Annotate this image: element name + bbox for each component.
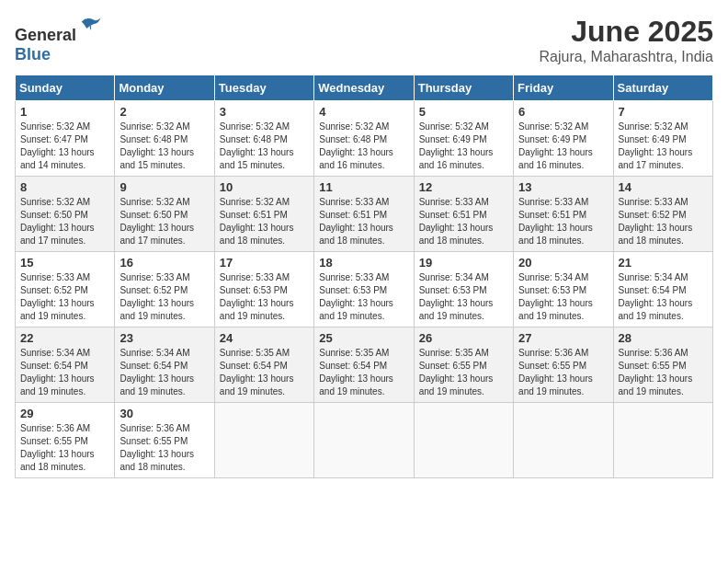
day-info: Sunrise: 5:34 AM Sunset: 6:54 PM Dayligh… bbox=[119, 347, 209, 398]
calendar-cell: 7 Sunrise: 5:32 AM Sunset: 6:49 PM Dayli… bbox=[613, 101, 712, 177]
calendar-cell: 22 Sunrise: 5:34 AM Sunset: 6:54 PM Dayl… bbox=[16, 327, 115, 403]
calendar-cell bbox=[414, 403, 513, 478]
calendar-cell: 19 Sunrise: 5:34 AM Sunset: 6:53 PM Dayl… bbox=[414, 252, 513, 327]
day-number: 15 bbox=[20, 256, 109, 270]
day-info: Sunrise: 5:34 AM Sunset: 6:54 PM Dayligh… bbox=[20, 347, 109, 398]
day-number: 2 bbox=[119, 105, 209, 119]
day-number: 11 bbox=[319, 180, 408, 194]
calendar-cell: 5 Sunrise: 5:32 AM Sunset: 6:49 PM Dayli… bbox=[414, 101, 513, 177]
day-info: Sunrise: 5:35 AM Sunset: 6:55 PM Dayligh… bbox=[419, 347, 508, 398]
day-info: Sunrise: 5:32 AM Sunset: 6:49 PM Dayligh… bbox=[419, 121, 508, 172]
day-info: Sunrise: 5:32 AM Sunset: 6:49 PM Dayligh… bbox=[619, 121, 708, 172]
header-cell-sunday: Sunday bbox=[16, 75, 115, 101]
day-info: Sunrise: 5:32 AM Sunset: 6:48 PM Dayligh… bbox=[220, 121, 309, 172]
calendar-cell: 27 Sunrise: 5:36 AM Sunset: 6:55 PM Dayl… bbox=[514, 327, 613, 403]
day-number: 27 bbox=[518, 331, 608, 345]
day-number: 24 bbox=[220, 331, 309, 345]
day-info: Sunrise: 5:33 AM Sunset: 6:52 PM Dayligh… bbox=[619, 196, 708, 247]
calendar-cell: 11 Sunrise: 5:33 AM Sunset: 6:51 PM Dayl… bbox=[314, 177, 414, 252]
calendar-cell: 14 Sunrise: 5:33 AM Sunset: 6:52 PM Dayl… bbox=[613, 177, 712, 252]
day-info: Sunrise: 5:33 AM Sunset: 6:53 PM Dayligh… bbox=[319, 271, 408, 323]
day-info: Sunrise: 5:34 AM Sunset: 6:53 PM Dayligh… bbox=[518, 271, 608, 323]
calendar-week-row: 15 Sunrise: 5:33 AM Sunset: 6:52 PM Dayl… bbox=[16, 252, 713, 327]
calendar-cell: 16 Sunrise: 5:33 AM Sunset: 6:52 PM Dayl… bbox=[115, 252, 214, 327]
calendar-cell bbox=[214, 403, 313, 478]
calendar-cell: 3 Sunrise: 5:32 AM Sunset: 6:48 PM Dayli… bbox=[214, 101, 313, 177]
day-number: 8 bbox=[20, 180, 109, 194]
day-number: 20 bbox=[518, 256, 608, 270]
calendar-cell: 6 Sunrise: 5:32 AM Sunset: 6:49 PM Dayli… bbox=[514, 101, 613, 177]
day-info: Sunrise: 5:32 AM Sunset: 6:48 PM Dayligh… bbox=[119, 121, 209, 172]
day-number: 22 bbox=[20, 331, 109, 345]
day-info: Sunrise: 5:33 AM Sunset: 6:51 PM Dayligh… bbox=[319, 196, 408, 247]
logo-general: General bbox=[15, 26, 76, 44]
day-info: Sunrise: 5:36 AM Sunset: 6:55 PM Dayligh… bbox=[518, 347, 608, 398]
logo-text: General Blue bbox=[15, 15, 104, 64]
day-info: Sunrise: 5:35 AM Sunset: 6:54 PM Dayligh… bbox=[220, 347, 309, 398]
day-info: Sunrise: 5:33 AM Sunset: 6:51 PM Dayligh… bbox=[518, 196, 608, 247]
day-info: Sunrise: 5:32 AM Sunset: 6:49 PM Dayligh… bbox=[518, 121, 608, 172]
day-info: Sunrise: 5:34 AM Sunset: 6:54 PM Dayligh… bbox=[619, 271, 708, 323]
calendar-cell: 21 Sunrise: 5:34 AM Sunset: 6:54 PM Dayl… bbox=[613, 252, 712, 327]
calendar-cell bbox=[514, 403, 613, 478]
header-cell-monday: Monday bbox=[115, 75, 214, 101]
day-info: Sunrise: 5:36 AM Sunset: 6:55 PM Dayligh… bbox=[20, 422, 109, 474]
day-number: 17 bbox=[220, 256, 309, 270]
day-number: 4 bbox=[319, 105, 408, 119]
day-number: 13 bbox=[518, 180, 608, 194]
day-number: 9 bbox=[119, 180, 209, 194]
calendar-table: SundayMondayTuesdayWednesdayThursdayFrid… bbox=[15, 75, 713, 478]
calendar-cell: 26 Sunrise: 5:35 AM Sunset: 6:55 PM Dayl… bbox=[414, 327, 513, 403]
header: General Blue June 2025 Rajura, Maharasht… bbox=[15, 15, 713, 65]
day-number: 6 bbox=[518, 105, 608, 119]
day-number: 14 bbox=[619, 180, 708, 194]
calendar-cell: 30 Sunrise: 5:36 AM Sunset: 6:55 PM Dayl… bbox=[115, 403, 214, 478]
day-info: Sunrise: 5:33 AM Sunset: 6:53 PM Dayligh… bbox=[220, 271, 309, 323]
calendar-cell: 13 Sunrise: 5:33 AM Sunset: 6:51 PM Dayl… bbox=[514, 177, 613, 252]
header-cell-tuesday: Tuesday bbox=[214, 75, 313, 101]
day-number: 25 bbox=[319, 331, 408, 345]
calendar-cell: 18 Sunrise: 5:33 AM Sunset: 6:53 PM Dayl… bbox=[314, 252, 414, 327]
day-number: 18 bbox=[319, 256, 408, 270]
calendar-cell: 29 Sunrise: 5:36 AM Sunset: 6:55 PM Dayl… bbox=[16, 403, 115, 478]
day-number: 12 bbox=[419, 180, 508, 194]
calendar-week-row: 29 Sunrise: 5:36 AM Sunset: 6:55 PM Dayl… bbox=[16, 403, 713, 478]
calendar-cell bbox=[613, 403, 712, 478]
header-cell-friday: Friday bbox=[514, 75, 613, 101]
month-year-title: June 2025 bbox=[540, 15, 713, 49]
calendar-cell: 4 Sunrise: 5:32 AM Sunset: 6:48 PM Dayli… bbox=[314, 101, 414, 177]
calendar-cell: 24 Sunrise: 5:35 AM Sunset: 6:54 PM Dayl… bbox=[214, 327, 313, 403]
title-area: June 2025 Rajura, Maharashtra, India bbox=[540, 15, 713, 65]
calendar-cell: 17 Sunrise: 5:33 AM Sunset: 6:53 PM Dayl… bbox=[214, 252, 313, 327]
header-cell-saturday: Saturday bbox=[613, 75, 712, 101]
calendar-cell: 28 Sunrise: 5:36 AM Sunset: 6:55 PM Dayl… bbox=[613, 327, 712, 403]
calendar-cell: 2 Sunrise: 5:32 AM Sunset: 6:48 PM Dayli… bbox=[115, 101, 214, 177]
logo: General Blue bbox=[15, 15, 104, 64]
day-number: 1 bbox=[20, 105, 109, 119]
calendar-cell: 25 Sunrise: 5:35 AM Sunset: 6:54 PM Dayl… bbox=[314, 327, 414, 403]
header-row: SundayMondayTuesdayWednesdayThursdayFrid… bbox=[16, 75, 713, 101]
day-number: 29 bbox=[20, 407, 109, 420]
logo-bird-icon bbox=[78, 15, 104, 40]
calendar-cell: 20 Sunrise: 5:34 AM Sunset: 6:53 PM Dayl… bbox=[514, 252, 613, 327]
calendar-cell: 8 Sunrise: 5:32 AM Sunset: 6:50 PM Dayli… bbox=[16, 177, 115, 252]
calendar-cell: 9 Sunrise: 5:32 AM Sunset: 6:50 PM Dayli… bbox=[115, 177, 214, 252]
day-number: 7 bbox=[619, 105, 708, 119]
day-number: 3 bbox=[220, 105, 309, 119]
calendar-cell: 15 Sunrise: 5:33 AM Sunset: 6:52 PM Dayl… bbox=[16, 252, 115, 327]
calendar-week-row: 22 Sunrise: 5:34 AM Sunset: 6:54 PM Dayl… bbox=[16, 327, 713, 403]
day-info: Sunrise: 5:33 AM Sunset: 6:52 PM Dayligh… bbox=[20, 271, 109, 323]
day-info: Sunrise: 5:35 AM Sunset: 6:54 PM Dayligh… bbox=[319, 347, 408, 398]
calendar-cell: 10 Sunrise: 5:32 AM Sunset: 6:51 PM Dayl… bbox=[214, 177, 313, 252]
day-number: 21 bbox=[619, 256, 708, 270]
calendar-cell bbox=[314, 403, 414, 478]
day-number: 23 bbox=[119, 331, 209, 345]
day-info: Sunrise: 5:33 AM Sunset: 6:52 PM Dayligh… bbox=[119, 271, 209, 323]
day-info: Sunrise: 5:33 AM Sunset: 6:51 PM Dayligh… bbox=[419, 196, 508, 247]
day-info: Sunrise: 5:32 AM Sunset: 6:48 PM Dayligh… bbox=[319, 121, 408, 172]
day-number: 28 bbox=[619, 331, 708, 345]
header-cell-thursday: Thursday bbox=[414, 75, 513, 101]
calendar-body: 1 Sunrise: 5:32 AM Sunset: 6:47 PM Dayli… bbox=[16, 101, 713, 478]
day-info: Sunrise: 5:36 AM Sunset: 6:55 PM Dayligh… bbox=[119, 422, 209, 474]
day-number: 5 bbox=[419, 105, 508, 119]
